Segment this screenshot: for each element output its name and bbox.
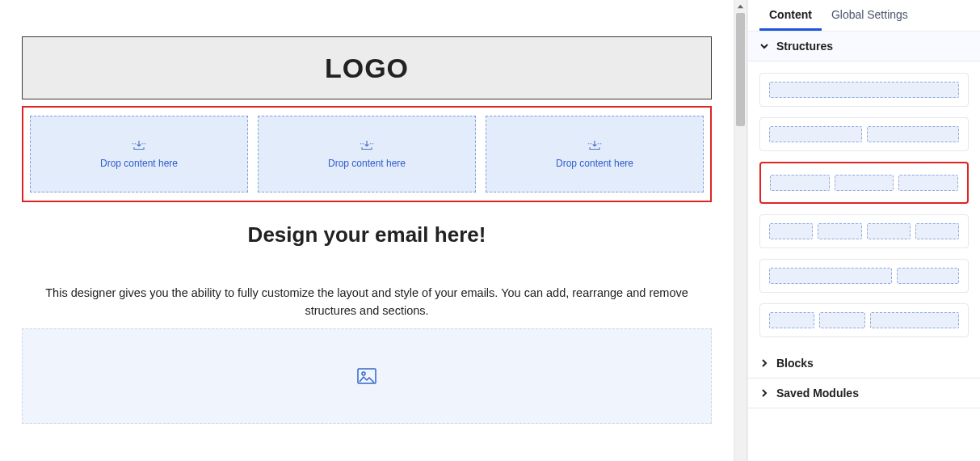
struct-col [769, 126, 862, 142]
struct-col [769, 268, 892, 284]
structure-4col[interactable] [759, 214, 969, 248]
drop-icon [360, 140, 374, 151]
structure-1col[interactable] [759, 73, 969, 107]
section-structures-header[interactable]: Structures [748, 32, 980, 61]
section-saved-modules-label: Saved Modules [776, 387, 859, 400]
struct-col [870, 312, 960, 328]
chevron-down-icon [759, 41, 769, 51]
chevron-right-icon [759, 388, 769, 398]
logo-block[interactable]: LOGO [22, 36, 712, 99]
email-heading: Design your email here! [22, 222, 712, 247]
side-panel: Content Global Settings Structures [747, 0, 980, 461]
struct-col [898, 175, 958, 191]
structure-2col[interactable] [759, 117, 969, 151]
dropzone-label: Drop content here [100, 158, 178, 169]
chevron-right-icon [759, 358, 769, 368]
scroll-up-arrow[interactable] [734, 0, 747, 14]
structure-row-selected[interactable]: Drop content here Drop content here Drop… [22, 106, 712, 202]
struct-col [867, 126, 960, 142]
struct-col [867, 223, 911, 239]
section-saved-modules-header[interactable]: Saved Modules [748, 379, 980, 408]
dropzone-col-1[interactable]: Drop content here [30, 116, 248, 192]
drop-icon [587, 140, 602, 151]
struct-col [770, 175, 830, 191]
section-blocks-label: Blocks [776, 357, 814, 370]
struct-col [897, 268, 959, 284]
struct-col [769, 312, 814, 328]
heading-block[interactable]: Design your email here! [22, 222, 712, 247]
struct-col [769, 82, 959, 98]
svg-point-1 [362, 372, 365, 375]
dropzone-label: Drop content here [328, 158, 406, 169]
drop-icon [132, 140, 146, 151]
struct-col [769, 223, 813, 239]
section-blocks-header[interactable]: Blocks [748, 349, 980, 379]
section-structures-label: Structures [776, 40, 833, 53]
dropzone-col-2[interactable]: Drop content here [258, 116, 476, 192]
image-placeholder[interactable] [22, 328, 712, 424]
tab-global-settings[interactable]: Global Settings [822, 0, 918, 31]
structure-2-1[interactable] [759, 259, 969, 293]
structure-3col[interactable] [759, 162, 969, 204]
struct-col [835, 175, 894, 191]
dropzone-label: Drop content here [556, 158, 633, 169]
logo-text: LOGO [325, 53, 409, 84]
scroll-thumb[interactable] [736, 13, 745, 126]
dropzone-col-3[interactable]: Drop content here [486, 116, 704, 192]
structure-1-1-2[interactable] [759, 303, 969, 337]
structures-list [748, 61, 980, 349]
scrollbar[interactable] [734, 0, 747, 461]
image-icon [357, 368, 376, 384]
struct-col [915, 223, 959, 239]
struct-col [818, 223, 861, 239]
email-canvas[interactable]: LOGO Drop content here Drop content here… [0, 0, 734, 461]
text-block[interactable]: This designer gives you the ability to f… [22, 284, 712, 320]
tab-content[interactable]: Content [759, 0, 822, 31]
struct-col [819, 312, 864, 328]
panel-tabs: Content Global Settings [748, 0, 980, 32]
